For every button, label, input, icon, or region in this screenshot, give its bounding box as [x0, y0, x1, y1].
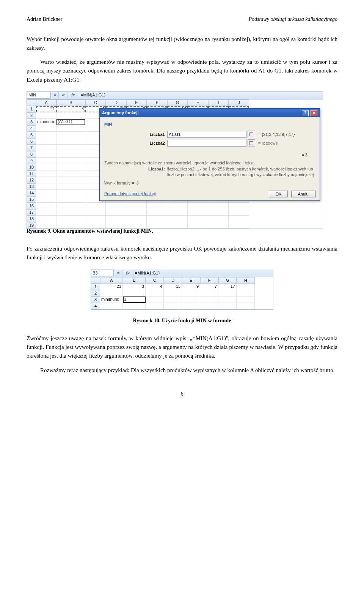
dropdown-icon[interactable]: ▾ — [114, 270, 122, 276]
grid-cell[interactable] — [100, 290, 123, 297]
col-header[interactable]: I — [208, 99, 229, 106]
row-header[interactable]: 9 — [27, 158, 36, 164]
col-header[interactable]: F — [200, 277, 218, 284]
row-header[interactable]: 8 — [27, 151, 36, 158]
row-header[interactable]: 3 — [27, 119, 36, 125]
row-header[interactable]: 16 — [27, 203, 36, 209]
grid-cell[interactable] — [36, 125, 56, 132]
grid-cell[interactable] — [147, 222, 167, 229]
row-header[interactable]: 17 — [27, 209, 36, 216]
grid-cell[interactable] — [167, 222, 188, 229]
col-header[interactable]: F — [147, 99, 167, 106]
grid-cell[interactable] — [56, 145, 85, 151]
grid-cell[interactable] — [200, 303, 218, 309]
grid-cell[interactable] — [36, 177, 56, 183]
grid-cell[interactable] — [36, 151, 56, 158]
col-header[interactable]: B — [56, 99, 85, 106]
grid-cell[interactable] — [167, 203, 188, 209]
grid-cell[interactable] — [126, 209, 147, 216]
grid-cell[interactable] — [56, 132, 85, 138]
grid-cell[interactable] — [182, 290, 200, 297]
grid-cell[interactable] — [36, 203, 56, 209]
grid-cell[interactable] — [36, 196, 56, 203]
grid-cell[interactable] — [182, 297, 200, 303]
grid-cell[interactable] — [36, 164, 56, 170]
grid-cell[interactable] — [229, 203, 249, 209]
grid-cell[interactable]: 9 — [182, 284, 200, 290]
arg2-input[interactable] — [167, 140, 246, 147]
grid-cell[interactable] — [56, 196, 85, 203]
grid-cell[interactable] — [123, 290, 146, 297]
grid-cell[interactable] — [147, 209, 167, 216]
grid-cell[interactable] — [164, 290, 182, 297]
arg1-refedit-button[interactable] — [248, 131, 255, 138]
grid-cell[interactable] — [36, 170, 56, 177]
row-header[interactable]: 5 — [27, 132, 36, 138]
fx-icon[interactable]: fx — [67, 92, 79, 98]
row-header[interactable]: 13 — [27, 183, 36, 190]
grid-cell[interactable]: (A1:G1) — [56, 119, 85, 125]
grid-cell[interactable] — [126, 203, 147, 209]
grid-cell[interactable] — [85, 203, 106, 209]
grid-cell[interactable] — [56, 203, 85, 209]
col-header[interactable]: H — [237, 277, 255, 284]
row-header[interactable]: 1 — [91, 284, 100, 290]
grid-cell[interactable] — [56, 112, 85, 119]
grid-cell[interactable] — [167, 216, 188, 222]
grid-cell[interactable]: 21 — [100, 284, 123, 290]
col-header[interactable]: J — [229, 99, 249, 106]
grid-cell[interactable] — [36, 158, 56, 164]
grid-cell[interactable] — [56, 125, 85, 132]
col-header[interactable]: D — [164, 277, 182, 284]
col-header[interactable]: C — [85, 99, 106, 106]
grid-cell[interactable] — [56, 164, 85, 170]
grid-cell[interactable] — [208, 222, 229, 229]
col-header[interactable]: E — [126, 99, 147, 106]
grid-cell[interactable] — [188, 209, 208, 216]
grid-cell[interactable] — [237, 284, 255, 290]
row-header[interactable]: 6 — [27, 138, 36, 145]
grid-cell[interactable] — [237, 290, 255, 297]
grid-cell[interactable] — [146, 290, 164, 297]
grid-cell[interactable] — [56, 209, 85, 216]
name-box[interactable]: MIN — [27, 92, 50, 99]
name-box[interactable]: B3 — [91, 270, 114, 276]
corner-cell[interactable] — [27, 99, 36, 106]
grid-cell[interactable] — [56, 216, 85, 222]
dialog-help-link[interactable]: Pomoc dotycząca tej funkcji — [104, 191, 156, 197]
grid-cell[interactable] — [100, 303, 123, 309]
grid-cell[interactable]: 4 — [146, 284, 164, 290]
grid-cell[interactable] — [218, 290, 237, 297]
dialog-close-button[interactable]: ✕ — [311, 110, 317, 116]
grid-cell[interactable]: 17 — [218, 284, 237, 290]
grid-cell[interactable] — [56, 190, 85, 196]
grid-cell[interactable] — [85, 222, 106, 229]
row-header[interactable]: 2 — [27, 112, 36, 119]
grid-cell[interactable] — [36, 112, 56, 119]
grid-cell[interactable] — [188, 203, 208, 209]
col-header[interactable]: C — [146, 277, 164, 284]
grid-cell[interactable]: 21 — [36, 106, 56, 112]
col-header[interactable]: A — [100, 277, 123, 284]
cancel-button[interactable]: Anuluj — [291, 191, 316, 197]
grid-cell[interactable] — [147, 203, 167, 209]
row-header[interactable]: 7 — [27, 145, 36, 151]
grid-cell[interactable] — [146, 303, 164, 309]
grid-cell[interactable] — [237, 303, 255, 309]
arg1-input[interactable]: A1:G1 — [167, 131, 246, 138]
grid-cell[interactable] — [164, 297, 182, 303]
grid-cell[interactable] — [164, 303, 182, 309]
grid-cell[interactable] — [147, 216, 167, 222]
grid-cell[interactable] — [36, 183, 56, 190]
grid-cell[interactable]: 3 — [123, 284, 146, 290]
grid-cell[interactable]: minimum: — [100, 297, 123, 303]
grid-cell[interactable] — [36, 209, 56, 216]
grid-cell[interactable] — [36, 132, 56, 138]
grid-cell[interactable]: 7 — [200, 284, 218, 290]
cancel-icon[interactable]: ✕ — [50, 92, 59, 98]
formula-bar[interactable]: =MIN(A1:G1) — [79, 92, 323, 98]
grid-cell[interactable] — [56, 138, 85, 145]
grid-cell[interactable] — [106, 222, 126, 229]
grid-cell[interactable] — [56, 158, 85, 164]
row-header[interactable]: 11 — [27, 170, 36, 177]
